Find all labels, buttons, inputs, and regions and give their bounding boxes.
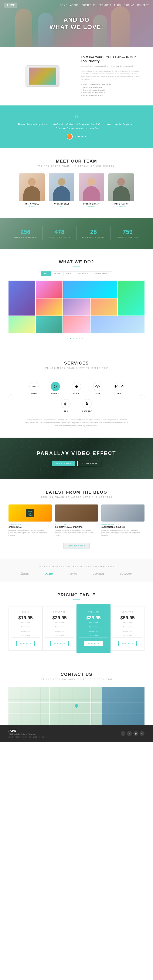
blog-card-3[interactable]: AUGUST 10, 2014 SUPERSIZED A BOLT 360 Al… [101, 504, 145, 537]
pricing-feature-prem-2: feature two [79, 625, 108, 629]
blog-excerpt-3: Alienum phaedrum torquatos nec eu, vis d… [101, 529, 145, 537]
service-seo[interactable]: ◎ SEO [57, 399, 74, 412]
blog-view-all-container: VIEW ALL POSTS [8, 541, 145, 549]
services-next-button[interactable]: › [140, 395, 145, 399]
portfolio-item-4[interactable] [118, 281, 145, 315]
navigation: ACME Home About Portfolio Services Blog … [0, 0, 153, 10]
blog-excerpt-1: Alienum phaedrum torquatos nec eu, vis d… [8, 529, 52, 537]
quote-author: JOHN DOE [17, 134, 136, 140]
portfolio-item-3[interactable] [63, 281, 117, 298]
pricing-btn-standard[interactable]: PURCHASE [50, 641, 69, 646]
portfolio-item-1[interactable] [8, 281, 35, 315]
device-screen [29, 68, 56, 84]
portfolio-item-2[interactable] [36, 281, 63, 298]
social-googleplus[interactable]: g+ [134, 731, 138, 736]
nav-link-about[interactable]: About [70, 4, 79, 6]
footer-link-portfolio[interactable]: Portfolio [22, 736, 31, 738]
footer-links: Home About Portfolio Blog Contact [8, 736, 46, 738]
portfolio-item-5[interactable] [36, 299, 63, 315]
blog-card-2[interactable]: AUGUST 12, 2014 CONNECTING ALL BARRIERS … [55, 504, 98, 537]
team-member-ann: ANN NAGELL Designer [19, 173, 45, 207]
portfolio-item-6[interactable] [63, 299, 90, 315]
portfolio-item-10[interactable] [63, 317, 90, 333]
stat-number-customers: 256 [11, 229, 40, 235]
team-member-jack: JACK NAGELL Developer [49, 173, 74, 207]
portfolio-dot-1[interactable] [70, 338, 71, 339]
nav-link-home[interactable]: Home [60, 4, 67, 6]
brand-almora: Almora [69, 572, 77, 575]
footer-link-contact[interactable]: Contact [39, 736, 46, 738]
social-linkedin[interactable]: in [140, 731, 145, 736]
pricing-grid: BASIC $19.95 feature one feature two fea… [8, 606, 145, 651]
view-all-posts-button[interactable]: VIEW ALL POSTS [63, 543, 90, 549]
footer-link-about[interactable]: About [15, 736, 20, 738]
portfolio-item-8[interactable] [8, 317, 35, 333]
parallax-buttons: JOIN FOR FREE BUY ITEM HERE [8, 461, 145, 466]
pricing-feature-prem-1: feature one [79, 620, 108, 625]
hero-text: AND DO WHAT WE LOVE! [49, 16, 104, 30]
nav-link-blog[interactable]: Blog [114, 4, 121, 6]
whatwedo-title: WHAT WE DO? [8, 259, 145, 264]
nav-link-contact[interactable]: Contact [137, 4, 149, 6]
nav-link-portfolio[interactable]: Portfolio [82, 4, 96, 6]
pricing-btn-ultimate[interactable]: PURCHASE [118, 641, 137, 646]
team-head-ann [28, 178, 36, 186]
footer-link-blog[interactable]: Blog [33, 736, 37, 738]
buy-item-button[interactable]: BUY ITEM HERE [77, 461, 101, 466]
team-person-ingrid [79, 173, 104, 201]
team-body-ann [24, 186, 40, 201]
portfolio-item-9[interactable] [36, 317, 63, 333]
portfolio-dot-5[interactable] [82, 338, 83, 339]
pricing-feature-prem-4: feature four [79, 633, 108, 638]
service-draw[interactable]: ✏ DRAW [25, 382, 43, 395]
service-php[interactable]: PHP PHP [110, 382, 128, 395]
priority-feature-1: Alienum phaedrum torquatos nec eu [81, 83, 140, 86]
portfolio-item-11[interactable] [90, 317, 145, 333]
pricing-card-standard: STANDARD $29.95 feature one feature two … [43, 606, 77, 651]
pricing-feature-basic-4: feature four [11, 633, 40, 638]
services-prev-button[interactable]: ‹ [8, 395, 13, 399]
service-html[interactable]: </> HTML [89, 382, 106, 395]
pricing-price-standard: $29.95 [45, 615, 74, 620]
whatwedo-tab-all[interactable]: All [41, 271, 51, 276]
portfolio-item-7[interactable] [90, 299, 117, 315]
portfolio-dot-4[interactable] [79, 338, 80, 339]
footer-link-home[interactable]: Home [8, 736, 13, 738]
whatwedo-divider [73, 267, 80, 267]
social-twitter[interactable]: t [127, 731, 132, 736]
blog-date-1: AUGUST 15, 2014 [8, 523, 52, 525]
whatwedo-tab-print[interactable]: Print [51, 271, 63, 276]
service-support[interactable]: ♛ SUPPORT [79, 399, 96, 412]
pricing-price-premium: $39.95 [79, 615, 108, 620]
pricing-title: PRICING TABLE [8, 592, 145, 597]
hero-person-3 [111, 6, 130, 47]
social-facebook[interactable]: f [121, 731, 125, 736]
join-for-free-button[interactable]: JOIN FOR FREE [52, 461, 75, 466]
stat-users: 478 Registered Users [43, 226, 77, 240]
nav-link-pricing[interactable]: Pricing [124, 4, 134, 6]
pricing-feature-basic-3: feature three [11, 629, 40, 633]
whatwedo-tab-illustration[interactable]: Illustration [91, 271, 112, 276]
pricing-card-premium: PREMIUM $39.95 feature one feature two f… [77, 605, 110, 653]
quote-section: " Alienum phaedrum torquatos nec eu, vis… [0, 105, 153, 148]
pricing-btn-premium[interactable]: PURCHASE [84, 641, 103, 646]
pricing-btn-basic[interactable]: PURCHASE [16, 641, 35, 646]
blog-subtitle: KEEP ON TRACK OF LATEST NEWS AND UPDATES [8, 496, 145, 498]
blog-card-1[interactable]: SAFE&JULIA AUGUST 15, 2014 SAFE & JULIA … [8, 504, 52, 537]
team-photo-jack [49, 173, 74, 201]
team-person-ann [19, 173, 45, 201]
blog-image-2 [55, 504, 98, 522]
whatwedo-tab-branding[interactable]: Branding [74, 271, 91, 276]
nav-link-services[interactable]: Services [99, 4, 111, 6]
team-body-ingrid [83, 186, 100, 201]
nav-logo[interactable]: ACME [4, 3, 17, 8]
service-build[interactable]: ⚙ BUILD [68, 382, 85, 395]
portfolio-dot-2[interactable] [73, 338, 74, 339]
service-design[interactable]: ⬡ DESIGN [47, 382, 64, 395]
hero-person-1 [15, 8, 32, 47]
php-icon: PHP [114, 382, 124, 391]
portfolio-dot-3[interactable] [76, 338, 77, 339]
whatwedo-tab-web[interactable]: Web [63, 271, 74, 276]
team-person-mike [108, 173, 134, 201]
brand-ozone: OZone [45, 572, 53, 576]
